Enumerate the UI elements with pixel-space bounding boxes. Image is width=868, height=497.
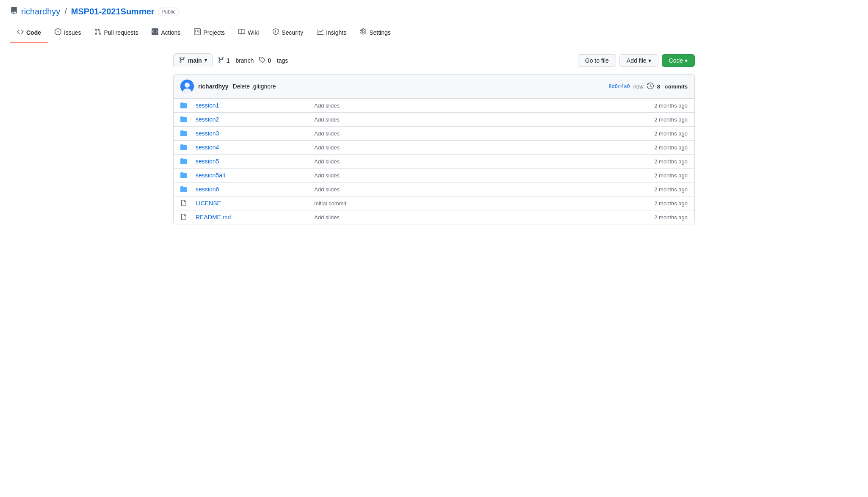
file-name[interactable]: session5alt [196, 172, 314, 179]
table-row: session5alt Add slides 2 months ago [174, 168, 694, 182]
file-time: 2 months ago [620, 130, 688, 137]
file-commit-message: Add slides [314, 214, 620, 221]
file-table: richardhyy Delete .gitignore 8d0c4a0 now… [173, 74, 695, 224]
tab-pull-requests[interactable]: Pull requests [88, 23, 145, 43]
file-name[interactable]: LICENSE [196, 200, 314, 207]
table-row: session6 Add slides 2 months ago [174, 182, 694, 196]
wiki-icon [238, 28, 245, 37]
tab-wiki[interactable]: Wiki [232, 23, 265, 43]
file-time: 2 months ago [620, 186, 688, 193]
actions-icon [152, 28, 158, 37]
file-time: 2 months ago [620, 158, 688, 165]
tab-insights[interactable]: Insights [310, 23, 353, 43]
commits-count: 8 [657, 83, 660, 90]
chevron-down-icon: ▾ [205, 58, 207, 63]
tags-label: tags [277, 57, 288, 64]
file-time: 2 months ago [620, 172, 688, 179]
file-time: 2 months ago [620, 116, 688, 123]
insights-icon [317, 28, 323, 37]
folder-icon [180, 172, 196, 179]
branch-name: main [188, 57, 202, 64]
table-row: LICENSE Initial commit 2 months ago [174, 196, 694, 210]
table-row: session3 Add slides 2 months ago [174, 127, 694, 141]
branch-count: 1 [227, 57, 230, 64]
file-commit-message: Initial commit [314, 200, 620, 207]
file-icon [180, 214, 196, 221]
folder-icon [180, 158, 196, 165]
repo-owner-link[interactable]: richardhyy [21, 7, 60, 17]
file-name[interactable]: session5 [196, 158, 314, 165]
security-icon [272, 28, 279, 37]
repo-nav: Code Issues Pu [10, 23, 858, 43]
file-time: 2 months ago [620, 214, 688, 221]
author-avatar [180, 80, 194, 93]
folder-icon [180, 116, 196, 123]
file-commit-message: Add slides [314, 130, 620, 137]
file-commit-message: Add slides [314, 102, 620, 109]
file-name[interactable]: session1 [196, 102, 314, 109]
table-row: README.md Add slides 2 months ago [174, 210, 694, 224]
commits-count-link[interactable]: 8 commits [657, 83, 688, 90]
code-icon [17, 28, 24, 37]
folder-icon [180, 186, 196, 193]
file-icon [180, 200, 196, 207]
code-button[interactable]: Code ▾ [662, 54, 695, 67]
commits-label: commits [665, 83, 688, 90]
file-time: 2 months ago [620, 144, 688, 151]
file-time: 2 months ago [620, 102, 688, 109]
branch-count-icon [218, 56, 224, 64]
latest-commit-row: richardhyy Delete .gitignore 8d0c4a0 now… [174, 75, 694, 99]
tab-security[interactable]: Security [265, 23, 310, 43]
commit-author[interactable]: richardhyy [198, 83, 229, 90]
file-name[interactable]: session6 [196, 186, 314, 193]
branch-count-link[interactable]: 1 branch [218, 56, 254, 64]
table-row: session1 Add slides 2 months ago [174, 99, 694, 113]
chevron-down-icon: ▾ [685, 57, 688, 64]
commit-right: 8d0c4a0 now 8 commits [608, 83, 688, 91]
tab-projects[interactable]: Projects [187, 23, 232, 43]
repo-name-link[interactable]: MSP01-2021Summer [71, 7, 155, 17]
file-name[interactable]: session2 [196, 116, 314, 123]
history-icon [647, 83, 654, 91]
folder-icon [180, 102, 196, 109]
repo-visibility-badge: Public [158, 8, 180, 16]
commit-hash[interactable]: 8d0c4a0 [608, 83, 630, 89]
file-commit-message: Add slides [314, 116, 620, 123]
file-commit-message: Add slides [314, 158, 620, 165]
file-time: 2 months ago [620, 200, 688, 207]
branch-icon [179, 56, 185, 64]
pr-icon [94, 28, 101, 37]
commit-left: richardhyy Delete .gitignore [180, 80, 276, 93]
repo-separator: / [64, 7, 67, 17]
tab-issues[interactable]: Issues [48, 23, 88, 43]
file-toolbar: main ▾ 1 branch 0 tags [173, 53, 695, 67]
tag-icon [259, 56, 265, 64]
commit-time: now [633, 83, 644, 90]
commit-message: Delete .gitignore [233, 83, 276, 90]
file-name[interactable]: README.md [196, 214, 314, 221]
tab-actions[interactable]: Actions [145, 23, 187, 43]
file-name[interactable]: session4 [196, 144, 314, 151]
projects-icon [194, 28, 201, 37]
file-commit-message: Add slides [314, 186, 620, 193]
folder-icon [180, 130, 196, 137]
toolbar-left: main ▾ 1 branch 0 tags [173, 53, 288, 67]
file-name[interactable]: session3 [196, 130, 314, 137]
branch-selector-button[interactable]: main ▾ [173, 53, 213, 67]
tags-count: 0 [268, 57, 271, 64]
issue-icon [55, 28, 61, 37]
table-row: session5 Add slides 2 months ago [174, 155, 694, 168]
settings-icon [360, 28, 367, 37]
chevron-down-icon: ▾ [648, 57, 651, 64]
add-file-button[interactable]: Add file ▾ [619, 54, 658, 67]
table-row: session2 Add slides 2 months ago [174, 113, 694, 127]
toolbar-right: Go to file Add file ▾ Code ▾ [578, 54, 695, 67]
file-commit-message: Add slides [314, 144, 620, 151]
tab-settings[interactable]: Settings [353, 23, 398, 43]
branch-label: branch [235, 57, 254, 64]
svg-point-1 [185, 83, 190, 88]
repo-icon [10, 7, 18, 17]
tags-count-link[interactable]: 0 tags [259, 56, 288, 64]
go-to-file-button[interactable]: Go to file [578, 54, 616, 67]
tab-code[interactable]: Code [10, 23, 48, 43]
